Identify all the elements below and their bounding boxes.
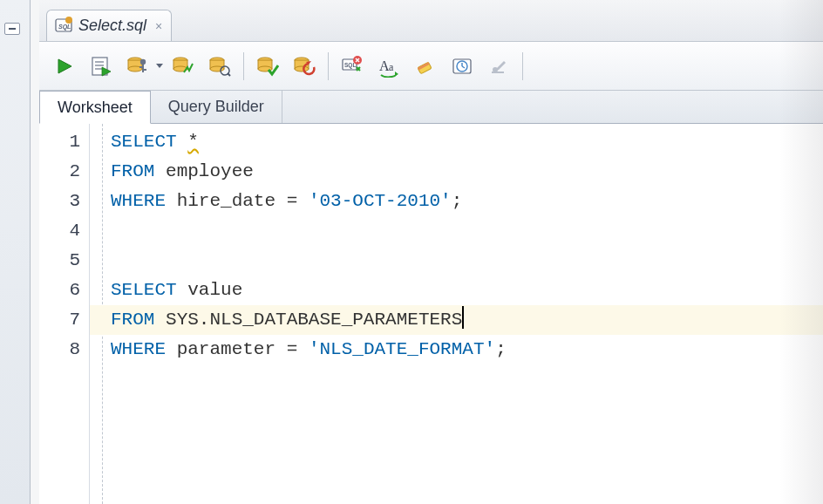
clear-button[interactable]	[409, 50, 442, 83]
svg-text:SQL: SQL	[58, 24, 71, 31]
minimize-dock-button[interactable]	[4, 23, 20, 35]
code-editor[interactable]: 1 2 3 4 5 6 7 8 SELECT * FROM employee W…	[39, 124, 823, 504]
rollback-button[interactable]	[288, 50, 321, 83]
line-gutter: 1 2 3 4 5 6 7 8	[39, 124, 90, 504]
toolbar-separator	[522, 52, 523, 80]
line-number: 2	[39, 157, 80, 187]
svg-rect-3	[68, 17, 71, 19]
svg-point-28	[295, 66, 309, 72]
sub-tab-bar: Worksheet Query Builder	[39, 91, 823, 124]
code-line[interactable]: SELECT value	[90, 276, 823, 305]
close-tab-icon[interactable]: ×	[155, 19, 162, 33]
worksheet-toolbar: SQL A a	[39, 42, 823, 91]
line-number: 4	[39, 216, 80, 246]
autotrace-button[interactable]	[167, 50, 200, 83]
code-line[interactable]: SELECT *	[90, 127, 823, 157]
code-line[interactable]: WHERE hire_date = '03-OCT-2010';	[90, 187, 823, 216]
file-tab-bar: SQL Select.sql ×	[39, 0, 823, 42]
text-cursor-icon	[462, 306, 464, 329]
left-dock	[0, 0, 31, 504]
line-number: 3	[39, 187, 80, 216]
file-tab-select-sql[interactable]: SQL Select.sql ×	[46, 10, 172, 41]
code-line[interactable]: FROM employee	[90, 157, 823, 187]
to-upper-button[interactable]: A a	[372, 50, 405, 83]
tab-query-builder[interactable]: Query Builder	[151, 90, 282, 123]
code-content[interactable]: SELECT * FROM employee WHERE hire_date =…	[90, 124, 823, 504]
line-number: 5	[39, 246, 80, 276]
code-line[interactable]: WHERE parameter = 'NLS_DATE_FORMAT';	[90, 335, 823, 364]
explain-plan-button[interactable]	[121, 50, 154, 83]
run-script-button[interactable]	[85, 50, 118, 83]
commit-button[interactable]	[251, 50, 284, 83]
code-line[interactable]: FROM SYS.NLS_DATABASE_PARAMETERS	[90, 305, 823, 335]
sql-tuning-button[interactable]	[203, 50, 236, 83]
code-line[interactable]	[90, 216, 823, 246]
run-statement-button[interactable]	[48, 50, 81, 83]
editor-panel: SQL Select.sql ×	[39, 0, 823, 504]
toolbar-separator	[243, 52, 244, 80]
svg-text:a: a	[389, 61, 394, 73]
svg-point-2	[65, 17, 72, 24]
sql-history-button[interactable]	[446, 50, 479, 83]
file-tab-label: Select.sql	[78, 17, 146, 35]
toolbar-separator	[328, 52, 329, 80]
unshared-sql-button[interactable]: SQL	[336, 50, 369, 83]
settings-button[interactable]	[482, 50, 515, 83]
line-number: 7	[39, 305, 80, 335]
tab-worksheet[interactable]: Worksheet	[39, 91, 151, 124]
line-number: 8	[39, 335, 80, 364]
line-number: 1	[39, 127, 80, 157]
svg-rect-41	[492, 72, 504, 73]
code-line[interactable]	[90, 246, 823, 276]
sql-file-icon: SQL	[54, 17, 73, 36]
explain-dropdown-icon[interactable]	[156, 64, 163, 68]
svg-line-22	[228, 73, 230, 76]
line-number: 6	[39, 276, 80, 305]
svg-point-11	[140, 58, 146, 64]
